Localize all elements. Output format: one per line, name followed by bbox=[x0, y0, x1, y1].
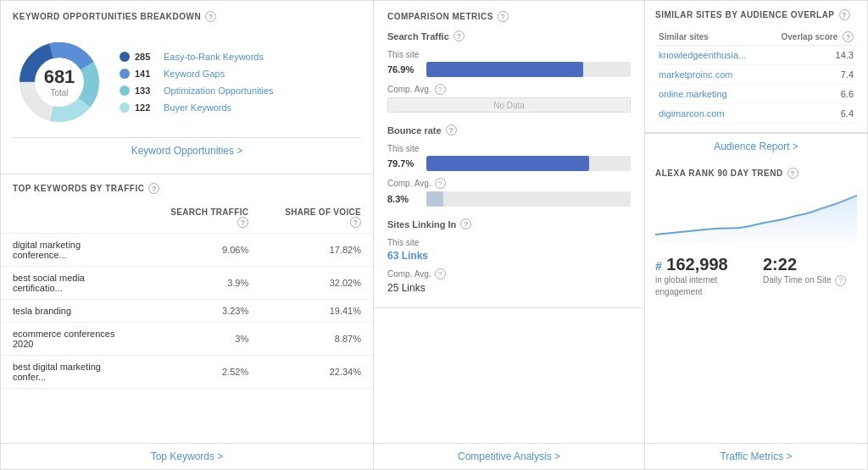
comp-avg-bounce-bar-container bbox=[426, 191, 631, 207]
similar-site-name-1[interactable]: marketproinc.com bbox=[655, 65, 765, 85]
alexa-help-icon[interactable]: ? bbox=[787, 168, 798, 179]
share-cell-3: 8.87% bbox=[260, 323, 373, 356]
alexa-title-text: ALEXA RANK 90 DAY TREND bbox=[655, 169, 783, 178]
keyword-row: digital marketing conference... 9.06% 17… bbox=[1, 234, 373, 267]
similar-sites-title-text: SIMILAR SITES BY AUDIENCE OVERLAP bbox=[655, 10, 835, 19]
donut-center: 681 Total bbox=[44, 66, 75, 98]
comparison-help-icon[interactable]: ? bbox=[498, 11, 509, 22]
keyword-row: best digital marketing confer... 2.52% 2… bbox=[1, 356, 373, 389]
search-traffic-help-icon[interactable]: ? bbox=[453, 30, 465, 41]
traffic-cell-3: 3% bbox=[146, 323, 260, 356]
similar-site-name-3[interactable]: digimarcon.com bbox=[655, 104, 765, 124]
col-overlap-score: Overlap score ? bbox=[765, 29, 857, 46]
comparison-title: COMPARISON METRICS ? bbox=[387, 11, 631, 22]
similar-site-row: digimarcon.com 6.4 bbox=[655, 104, 857, 124]
keyword-row: best social media certificatio... 3.9% 3… bbox=[1, 267, 373, 300]
legend-item-3: 122 Buyer Keywords bbox=[120, 102, 274, 113]
sites-linking-group-label: Sites Linking In ? bbox=[387, 218, 631, 229]
sites-linking-help-icon[interactable]: ? bbox=[460, 218, 471, 229]
comp-avg-bounce-bar bbox=[426, 191, 443, 207]
keyword-opportunities-link[interactable]: Keyword Opportunities > bbox=[13, 137, 361, 163]
col-share-header: Share of Voice ? bbox=[260, 202, 373, 234]
daily-help-icon[interactable]: ? bbox=[835, 275, 846, 286]
comp-avg-links-label: Comp. Avg. ? bbox=[387, 268, 631, 279]
bounce-rate-help-icon[interactable]: ? bbox=[446, 124, 457, 135]
comp-avg-traffic-bar-row: No Data bbox=[387, 97, 631, 113]
keyword-help-icon[interactable]: ? bbox=[205, 11, 216, 22]
traffic-metrics-link[interactable]: Traffic Metrics > bbox=[645, 443, 867, 469]
legend-label-2[interactable]: Optimization Opportunities bbox=[164, 86, 274, 96]
traffic-help-icon[interactable]: ? bbox=[237, 217, 248, 228]
share-cell-4: 22.34% bbox=[260, 356, 373, 389]
audience-report-link[interactable]: Audience Report > bbox=[645, 133, 867, 159]
keyword-row: ecommerce conferences 2020 3% 8.87% bbox=[1, 323, 373, 356]
overlap-help-icon[interactable]: ? bbox=[843, 31, 854, 42]
legend-count-0: 285 bbox=[135, 52, 159, 62]
comp-avg-bounce-label: Comp. Avg. ? bbox=[387, 178, 631, 189]
this-site-bounce-row: This site 79.7% bbox=[387, 144, 631, 171]
left-panel: KEYWORD OPPORTUNITIES BREAKDOWN ? bbox=[1, 1, 374, 469]
rank-number: # 162,998 bbox=[655, 255, 749, 274]
competitive-analysis-link[interactable]: Competitive Analysis > bbox=[374, 443, 644, 469]
top-keywords-help-icon[interactable]: ? bbox=[148, 183, 159, 194]
share-help-icon[interactable]: ? bbox=[350, 217, 361, 228]
share-cell-1: 32.02% bbox=[260, 267, 373, 300]
comp-avg-links-value-row: 25 Links bbox=[387, 282, 631, 294]
sites-linking-label: Sites Linking In bbox=[387, 219, 456, 229]
rank-number-value: 162,998 bbox=[666, 255, 727, 274]
this-site-links-value: 63 Links bbox=[387, 250, 428, 262]
comp-avg-bounce-help-icon[interactable]: ? bbox=[435, 178, 446, 189]
similar-sites-help-icon[interactable]: ? bbox=[839, 9, 850, 20]
similar-site-name-0[interactable]: knowledgeenthusia... bbox=[655, 46, 765, 65]
similar-sites-section: SIMILAR SITES BY AUDIENCE OVERLAP ? Simi… bbox=[645, 1, 867, 133]
top-keywords-title: TOP KEYWORDS BY TRAFFIC ? bbox=[13, 183, 361, 194]
this-site-traffic-bar-container bbox=[426, 62, 631, 77]
comp-avg-links-row: Comp. Avg. ? 25 Links bbox=[387, 268, 631, 294]
legend-label-3[interactable]: Buyer Keywords bbox=[164, 102, 231, 113]
keyword-cell-2: tesla branding bbox=[1, 300, 146, 323]
alexa-section: ALEXA RANK 90 DAY TREND ? # bbox=[645, 159, 867, 443]
search-traffic-group: Search Traffic ? This site 76.9% bbox=[387, 30, 631, 113]
similar-site-name-2[interactable]: online.marketing bbox=[655, 85, 765, 104]
legend-label-0[interactable]: Easy-to-Rank Keywords bbox=[164, 52, 264, 62]
legend-label-1[interactable]: Keyword Gaps bbox=[164, 69, 225, 79]
col-keyword bbox=[1, 202, 146, 234]
this-site-bounce-bar-row: 79.7% bbox=[387, 156, 631, 171]
similar-sites-title: SIMILAR SITES BY AUDIENCE OVERLAP ? bbox=[655, 9, 857, 20]
alexa-title: ALEXA RANK 90 DAY TREND ? bbox=[655, 168, 857, 179]
bounce-rate-group-label: Bounce rate ? bbox=[387, 124, 631, 135]
this-site-traffic-row: This site 76.9% bbox=[387, 50, 631, 77]
donut-area: 681 Total 285 Easy-to-Rank Keywords 141 … bbox=[13, 30, 361, 137]
comp-avg-bounce-value: 8.3% bbox=[387, 194, 420, 204]
this-site-links-site-label: This site bbox=[387, 238, 419, 247]
comp-avg-help-icon[interactable]: ? bbox=[435, 84, 446, 95]
main-container: KEYWORD OPPORTUNITIES BREAKDOWN ? bbox=[0, 0, 868, 470]
legend-item-0: 285 Easy-to-Rank Keywords bbox=[120, 52, 274, 62]
trend-fill bbox=[655, 196, 857, 243]
keyword-row: tesla branding 3.23% 19.41% bbox=[1, 300, 373, 323]
keyword-cell-0: digital marketing conference... bbox=[1, 234, 146, 267]
keyword-cell-4: best digital marketing confer... bbox=[1, 356, 146, 389]
legend-dot-1 bbox=[120, 69, 130, 79]
legend-dot-0 bbox=[120, 52, 130, 62]
similar-site-score-3: 6.4 bbox=[765, 104, 857, 124]
keyword-breakdown-section: KEYWORD OPPORTUNITIES BREAKDOWN ? bbox=[1, 1, 373, 174]
bounce-rate-label: Bounce rate bbox=[387, 125, 442, 135]
this-site-traffic-bar bbox=[426, 62, 583, 77]
comp-avg-links-help-icon[interactable]: ? bbox=[435, 268, 446, 279]
keyword-cell-3: ecommerce conferences 2020 bbox=[1, 323, 146, 356]
similar-site-score-0: 14.3 bbox=[765, 46, 857, 65]
comp-avg-links-value: 25 Links bbox=[387, 282, 426, 294]
traffic-cell-2: 3.23% bbox=[146, 300, 260, 323]
this-site-bounce-site-label: This site bbox=[387, 144, 419, 153]
legend-dot-3 bbox=[120, 102, 130, 113]
top-keywords-link[interactable]: Top Keywords > bbox=[1, 443, 373, 469]
this-site-label: This site bbox=[387, 50, 419, 59]
similar-site-score-2: 6.6 bbox=[765, 85, 857, 104]
rank-number-stat: # 162,998 in global internet engagement bbox=[655, 255, 749, 298]
similar-site-score-1: 7.4 bbox=[765, 65, 857, 85]
this-site-traffic-label: This site bbox=[387, 50, 631, 59]
similar-sites-table: Similar sites Overlap score ? knowledgee… bbox=[655, 29, 857, 124]
legend-items: 285 Easy-to-Rank Keywords 141 Keyword Ga… bbox=[120, 52, 274, 113]
legend-count-1: 141 bbox=[135, 69, 159, 79]
